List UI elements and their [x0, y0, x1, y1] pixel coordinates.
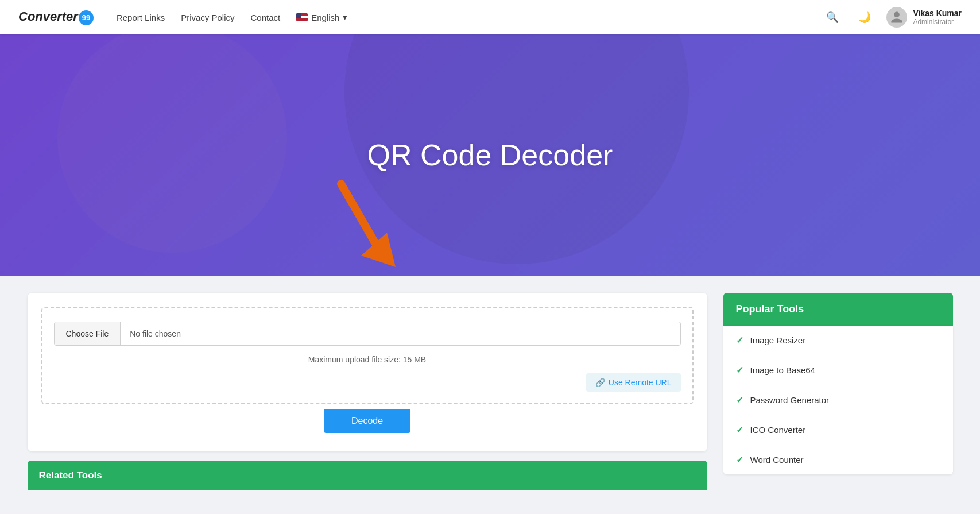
file-size-info: Maximum upload file size: 15 MB — [54, 355, 681, 364]
nav-contact[interactable]: Contact — [251, 13, 281, 22]
user-details: Vikas Kumar Administrator — [913, 9, 962, 26]
avatar — [886, 7, 907, 28]
related-tools-header: Related Tools — [28, 461, 707, 490]
dark-mode-button[interactable]: 🌙 — [854, 7, 875, 28]
hero-title: QR Code Decoder — [367, 138, 613, 172]
check-icon: ✓ — [736, 365, 743, 376]
chevron-down-icon: ▾ — [343, 12, 347, 22]
nav-privacy-policy[interactable]: Privacy Policy — [181, 13, 234, 22]
brand-name: Converter — [18, 9, 78, 24]
file-input-row: Choose File No file chosen — [54, 322, 681, 346]
sidebar-item-word-counter[interactable]: ✓ Word Counter — [723, 445, 953, 474]
hero-arrow — [330, 172, 410, 276]
remote-url-row: 🔗 Use Remote URL — [54, 373, 681, 392]
brand-badge: 99 — [79, 10, 94, 25]
check-icon: ✓ — [736, 335, 743, 346]
sidebar-item-image-resizer[interactable]: ✓ Image Resizer — [723, 326, 953, 355]
hero-section: QR Code Decoder — [0, 34, 980, 276]
sidebar-item-label: Word Counter — [750, 455, 804, 465]
navbar-right: 🔍 🌙 Vikas Kumar Administrator — [822, 7, 962, 28]
popular-tools-header: Popular Tools — [723, 293, 953, 326]
sidebar-item-password-generator[interactable]: ✓ Password Generator — [723, 385, 953, 415]
nav-report-links[interactable]: Report Links — [117, 13, 165, 22]
check-icon: ✓ — [736, 454, 743, 465]
brand-logo[interactable]: Converter99 — [18, 9, 94, 25]
user-info[interactable]: Vikas Kumar Administrator — [886, 7, 962, 28]
sidebar-item-image-to-base64[interactable]: ✓ Image to Base64 — [723, 355, 953, 385]
moon-icon: 🌙 — [858, 11, 871, 24]
search-icon: 🔍 — [826, 11, 839, 24]
check-icon: ✓ — [736, 395, 743, 405]
user-role: Administrator — [913, 18, 962, 26]
sidebar-item-label: Image to Base64 — [750, 365, 815, 375]
right-sidebar: Popular Tools ✓ Image Resizer ✓ Image to… — [723, 293, 953, 474]
sidebar-item-label: Password Generator — [750, 395, 830, 405]
file-name-display: No file chosen — [121, 322, 680, 345]
decode-row: Decode — [41, 404, 694, 438]
main-content: Choose File No file chosen Maximum uploa… — [14, 276, 967, 508]
sidebar-item-ico-converter[interactable]: ✓ ICO Converter — [723, 415, 953, 445]
sidebar-item-label: ICO Converter — [750, 425, 806, 435]
popular-tools-list: ✓ Image Resizer ✓ Image to Base64 ✓ Pass… — [723, 326, 953, 474]
choose-file-button[interactable]: Choose File — [55, 322, 121, 345]
related-tools-section: Related Tools — [28, 461, 707, 490]
sidebar-item-label: Image Resizer — [750, 335, 806, 345]
link-icon: 🔗 — [595, 378, 605, 387]
decode-button[interactable]: Decode — [324, 409, 410, 433]
navbar: Converter99 Report Links Privacy Policy … — [0, 0, 980, 34]
svg-marker-1 — [361, 233, 396, 267]
user-name: Vikas Kumar — [913, 9, 962, 18]
remote-url-label: Use Remote URL — [609, 378, 672, 387]
language-selector[interactable]: English ▾ — [296, 12, 347, 22]
check-icon: ✓ — [736, 424, 743, 435]
language-label: English — [311, 13, 339, 22]
left-panel: Choose File No file chosen Maximum uploa… — [28, 293, 707, 490]
upload-area: Choose File No file chosen Maximum uploa… — [41, 307, 694, 404]
remote-url-button[interactable]: 🔗 Use Remote URL — [586, 373, 681, 392]
flag-icon — [296, 13, 308, 21]
user-avatar-icon — [890, 10, 904, 24]
nav-links: Report Links Privacy Policy Contact Engl… — [117, 12, 823, 22]
search-button[interactable]: 🔍 — [822, 7, 843, 28]
tool-card: Choose File No file chosen Maximum uploa… — [28, 293, 707, 451]
